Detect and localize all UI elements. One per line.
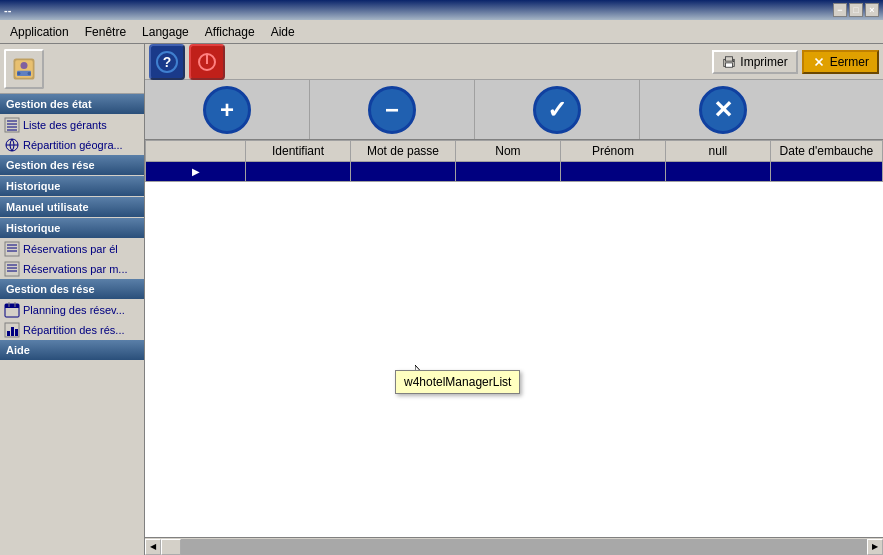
svg-rect-26 (7, 331, 10, 336)
cell-date-embauche[interactable] (770, 162, 882, 182)
print-button[interactable]: Imprimer (712, 50, 797, 74)
col-nom: Nom (455, 141, 560, 162)
svg-rect-35 (726, 62, 733, 66)
svg-point-36 (733, 60, 735, 62)
menu-bar: Application Fenêtre Langage Affichage Ai… (0, 20, 883, 44)
col-null: null (665, 141, 770, 162)
svg-rect-28 (15, 329, 18, 336)
close-window-button[interactable]: × (865, 3, 879, 17)
list-icon-3 (4, 261, 20, 277)
svg-point-4 (17, 71, 21, 75)
sidebar-label-planning: Planning des résev... (23, 304, 125, 316)
section-gestion-rese[interactable]: Gestion des rése (0, 155, 144, 175)
sidebar-item-reservations-m[interactable]: Réservations par m... (0, 259, 144, 279)
sidebar-item-liste-gerants[interactable]: Liste des gérants (0, 115, 144, 135)
data-table: Identifiant Mot de passe Nom Prénom null… (145, 140, 883, 182)
add-cell: + (145, 80, 310, 139)
sidebar-label-reservations-m: Réservations par m... (23, 263, 128, 275)
sidebar-item-repartition-geo[interactable]: Répartition géogra... (0, 135, 144, 155)
scroll-left-button[interactable]: ◀ (145, 539, 161, 555)
title-bar: -- − □ × (0, 0, 883, 20)
svg-text:?: ? (163, 54, 172, 70)
cancel-cell: ✕ (640, 80, 805, 139)
col-identifiant: Identifiant (246, 141, 351, 162)
help-button[interactable]: ? (149, 44, 185, 80)
chart-icon (4, 322, 20, 338)
checkmark-icon: ✓ (547, 96, 567, 124)
cell-null[interactable] (665, 162, 770, 182)
svg-rect-34 (726, 56, 733, 60)
row-indicator-header (146, 141, 246, 162)
sidebar-item-repartition-res[interactable]: Répartition des rés... (0, 320, 144, 340)
maximize-button[interactable]: □ (849, 3, 863, 17)
menu-langage[interactable]: Langage (134, 23, 197, 41)
section-historique2[interactable]: Historique (0, 218, 144, 238)
col-date-embauche: Date d'embauche (770, 141, 882, 162)
remove-cell: − (310, 80, 475, 139)
confirm-button[interactable]: ✓ (533, 86, 581, 134)
row-indicator: ▶ (146, 162, 246, 182)
close-label: Eermer (830, 55, 869, 69)
map-icon (4, 137, 20, 153)
print-label: Imprimer (740, 55, 787, 69)
close-button[interactable]: Eermer (802, 50, 879, 74)
svg-rect-27 (11, 327, 14, 336)
menu-aide[interactable]: Aide (263, 23, 303, 41)
scroll-track[interactable] (161, 539, 867, 555)
svg-rect-17 (5, 262, 19, 276)
list-icon-2 (4, 241, 20, 257)
confirm-cell: ✓ (475, 80, 640, 139)
col-prenom: Prénom (560, 141, 665, 162)
remove-button[interactable]: − (368, 86, 416, 134)
add-icon: + (220, 96, 234, 124)
table-container: Identifiant Mot de passe Nom Prénom null… (145, 140, 883, 537)
section-historique1[interactable]: Historique (0, 176, 144, 196)
tooltip-text: w4hotelManagerList (404, 375, 511, 389)
menu-fenetre[interactable]: Fenêtre (77, 23, 134, 41)
sidebar-label-liste-gerants: Liste des gérants (23, 119, 107, 131)
tooltip: w4hotelManagerList (395, 370, 520, 394)
svg-point-2 (21, 62, 28, 69)
minimize-button[interactable]: − (833, 3, 847, 17)
power-button[interactable] (189, 44, 225, 80)
sidebar-label-reservations-el: Réservations par él (23, 243, 118, 255)
svg-point-5 (28, 71, 32, 75)
sidebar-label-repartition-geo: Répartition géogra... (23, 139, 123, 151)
sidebar-item-planning[interactable]: Planning des résev... (0, 300, 144, 320)
title-bar-text: -- (4, 4, 11, 16)
section-gestion-etat[interactable]: Gestion des état (0, 94, 144, 114)
list-icon (4, 117, 20, 133)
cancel-button[interactable]: ✕ (699, 86, 747, 134)
content-area: ? Imprimer Eermer + (145, 44, 883, 555)
action-buttons-row: + − ✓ ✕ (145, 80, 883, 140)
app-area: Gestion des état Liste des gérants Répar… (0, 44, 883, 555)
col-mot-de-passe: Mot de passe (350, 141, 455, 162)
section-manuel[interactable]: Manuel utilisate (0, 197, 144, 217)
x-icon: ✕ (713, 96, 733, 124)
app-logo-button[interactable] (4, 49, 44, 89)
app-header (0, 44, 144, 94)
cell-prenom[interactable] (560, 162, 665, 182)
svg-rect-22 (5, 304, 19, 308)
sidebar: Gestion des état Liste des gérants Répar… (0, 44, 145, 555)
sidebar-label-repartition-res: Répartition des rés... (23, 324, 125, 336)
cell-identifiant[interactable] (246, 162, 351, 182)
title-bar-buttons: − □ × (833, 3, 879, 17)
horizontal-scrollbar: ◀ ▶ (145, 537, 883, 555)
calendar-icon (4, 302, 20, 318)
menu-application[interactable]: Application (2, 23, 77, 41)
sidebar-item-reservations-el[interactable]: Réservations par él (0, 239, 144, 259)
section-gestion-rese2[interactable]: Gestion des rése (0, 279, 144, 299)
svg-rect-13 (5, 242, 19, 256)
menu-affichage[interactable]: Affichage (197, 23, 263, 41)
cell-nom[interactable] (455, 162, 560, 182)
remove-icon: − (385, 96, 399, 124)
section-aide[interactable]: Aide (0, 340, 144, 360)
table-row[interactable]: ▶ (146, 162, 883, 182)
scroll-right-button[interactable]: ▶ (867, 539, 883, 555)
add-button[interactable]: + (203, 86, 251, 134)
cell-mot-de-passe[interactable] (350, 162, 455, 182)
scroll-thumb[interactable] (161, 539, 181, 555)
